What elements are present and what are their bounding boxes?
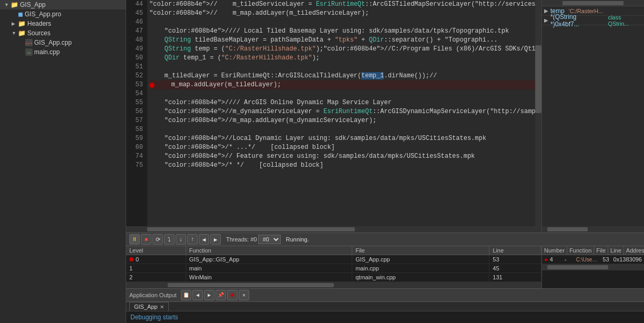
code-line: "color:#608b4e">// m_map.addLayer(m_tile… — [149, 9, 535, 18]
cs-right-col-address: Address — [624, 246, 644, 255]
editor-vscrollbar[interactable] — [535, 0, 541, 226]
sidebar-item-gis-app-pro[interactable]: ◼GIS_App.pro — [0, 9, 126, 19]
code-line: m_map.addLayer(m_tiledLayer); — [149, 80, 535, 89]
app-output-toolbar: Application Output 📋 ◀ ▶ 📌 ⏺ ✕ — [126, 288, 644, 302]
callstack-right-row[interactable]: ● 4 - C:\Users\admin... 53 0x1383096 — [542, 255, 644, 264]
debug-variables-panel: ▶ temp 'C:/RasterH... ▶ *(QString *)0x4b… — [541, 0, 644, 233]
debug-var-name: *(QString *)0x4bf7... — [550, 13, 604, 28]
code-line: "color:#608b4e">//// ArcGIS Online Dynam… — [149, 98, 535, 107]
callstack-right-hscrollbar[interactable] — [542, 264, 644, 270]
callstack-col-level: Level — [126, 246, 186, 255]
threads-label: Threads: #0 — [226, 236, 257, 243]
editor-hscrollbar[interactable] — [126, 226, 541, 233]
debug-var-arrow: ▶ — [544, 17, 548, 23]
sidebar-item-gis-app[interactable]: ▼📁GIS_App — [0, 0, 126, 9]
sidebar-item-sources[interactable]: ▼📁Sources — [0, 28, 126, 38]
sidebar-item-label-gis-app-pro: GIS_App.pro — [25, 11, 61, 18]
line-number: 52 — [126, 72, 143, 80]
output-btn-clear[interactable]: ✕ — [239, 290, 249, 300]
line-number: 74 — [126, 152, 143, 161]
gis-app-pro-icon: ◼ — [18, 11, 23, 18]
sidebar-item-label-headers: Headers — [27, 20, 51, 27]
sidebar-item-label-sources: Sources — [27, 29, 50, 37]
bottom-section: ⏸ ■ ⟳ ⤵ ↓ ↑ ◀ ▶ Threads: #0 #0 Running. … — [126, 233, 644, 323]
callstack-col-file: File — [352, 246, 489, 255]
forward-button[interactable]: ▶ — [210, 234, 221, 245]
sidebar: ▼📁GIS_App◼GIS_App.pro▶📁Headers▼📁Sourcesc… — [0, 0, 126, 323]
debug-vars-list: ▶ temp 'C:/RasterH... ▶ *(QString *)0x4b… — [542, 6, 644, 116]
debug-var-type: class QStrin... — [608, 14, 642, 27]
svg-text:c++: c++ — [25, 41, 33, 46]
cs-right-col-file: File — [594, 246, 608, 255]
sources-icon: 📁 — [18, 29, 26, 37]
pause-button[interactable]: ⏸ — [129, 234, 140, 245]
debug-var-row[interactable]: ▶ *(QString *)0x4bf7... class QStrin... — [542, 16, 644, 25]
callstack-row[interactable]: 0GIS_App::GIS_AppGIS_App.cpp53 — [126, 255, 541, 264]
step-into-button[interactable]: ↓ — [176, 234, 186, 245]
line-number: 48 — [126, 36, 143, 45]
code-line: "color:#608b4e">/* ...*/ [collapsed bloc… — [149, 143, 535, 152]
callstack-cell-file: GIS_App.cpp — [352, 255, 489, 264]
cs-right-bp: ● — [544, 256, 548, 263]
output-btn-clipboard[interactable]: 📋 — [181, 290, 191, 300]
callstack-row[interactable]: 2WinMainqtmain_win.cpp131 — [126, 273, 541, 282]
restart-button[interactable]: ⟳ — [152, 234, 163, 245]
line-number: 45 — [126, 9, 143, 18]
headers-icon: 📁 — [18, 20, 26, 27]
line-number: 58 — [126, 125, 143, 134]
cs-right-col-number: Number — [542, 246, 567, 255]
output-btn-record[interactable]: ⏺ — [227, 290, 238, 300]
callstack-cell-function: main — [186, 264, 352, 273]
output-btn-pin[interactable]: 📌 — [216, 290, 226, 300]
line-number: 59 — [126, 134, 143, 143]
callstack-cell-level: 1 — [126, 264, 186, 273]
line-numbers: 44454647484950515253545556575859607475 — [126, 0, 147, 226]
sidebar-item-label-gis-app-cpp: GIS_App.cpp — [34, 39, 71, 46]
code-line: "color:#608b4e">//m_map.addLayer(m_dynam… — [149, 116, 535, 125]
code-line: "color:#608b4e">//// Local Tiled Basemap… — [149, 27, 535, 36]
code-line — [149, 125, 535, 134]
svg-text:m: m — [27, 51, 31, 55]
code-line: QString tiledBaseMapLayer = pathSampleDa… — [149, 36, 535, 45]
code-line: "color:#608b4e">//Local Dynamic Layer us… — [149, 134, 535, 143]
output-tab-gisapp[interactable]: GIS_App ✕ — [129, 302, 169, 311]
cs-right-file: C:\Users\admin... — [576, 257, 599, 263]
debug-var-arrow: ▶ — [544, 8, 548, 14]
back-button[interactable]: ◀ — [199, 234, 209, 245]
step-out-button[interactable]: ↑ — [187, 234, 198, 245]
debug-hscrollbar-top[interactable] — [542, 0, 644, 6]
sidebar-item-gis-app-cpp[interactable]: c++GIS_App.cpp — [0, 38, 126, 47]
callstack-cell-level: 0 — [126, 255, 186, 264]
callstack-area: LevelFunctionFileLine 0GIS_App::GIS_AppG… — [126, 246, 644, 288]
app-output-label: Application Output — [129, 292, 177, 298]
stop-button[interactable]: ■ — [141, 234, 151, 245]
code-content[interactable]: "color:#608b4e">// m_tiledServiceLayer =… — [147, 0, 535, 226]
output-btn-next[interactable]: ▶ — [204, 290, 214, 300]
code-line — [149, 63, 535, 72]
callstack-cell-function: WinMain — [186, 273, 352, 282]
sidebar-item-headers[interactable]: ▶📁Headers — [0, 19, 126, 28]
callstack-row[interactable]: 1mainmain.cpp45 — [126, 264, 541, 273]
line-number: 44 — [126, 0, 143, 9]
line-number: 46 — [126, 18, 143, 27]
debug-toolbar: ⏸ ■ ⟳ ⤵ ↓ ↑ ◀ ▶ Threads: #0 #0 Running. — [126, 233, 644, 246]
debug-vscrollbar[interactable] — [542, 226, 644, 233]
callstack-cell-file: main.cpp — [352, 264, 489, 273]
line-number: 53 — [126, 80, 143, 89]
code-line — [149, 89, 535, 98]
main-cpp-icon: m — [25, 48, 33, 56]
sidebar-item-label-gis-app: GIS_App — [20, 1, 46, 8]
callstack-cell-line: 45 — [489, 264, 541, 273]
sidebar-item-main-cpp[interactable]: mmain.cpp — [0, 47, 126, 57]
step-over-button[interactable]: ⤵ — [164, 234, 175, 245]
threads-select[interactable]: #0 — [258, 235, 281, 244]
breakpoint-indicator — [149, 83, 155, 88]
line-number: 49 — [126, 45, 143, 54]
output-tab-close[interactable]: ✕ — [160, 304, 164, 310]
breakpoint-dot — [129, 257, 134, 261]
callstack-hscrollbar[interactable] — [126, 282, 541, 288]
code-line: m_tiledLayer = EsriRuntimeQt::ArcGISLoca… — [149, 72, 535, 80]
callstack-cell-line: 131 — [489, 273, 541, 282]
output-btn-prev[interactable]: ◀ — [192, 290, 203, 300]
code-line: "color:#608b4e">/* */ [collapsed block] — [149, 161, 535, 170]
